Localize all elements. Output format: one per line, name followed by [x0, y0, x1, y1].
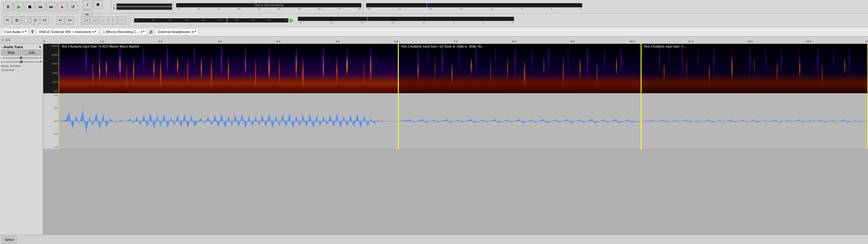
waveform-section[interactable]: 1.0 0.5 0.0 -0.5 -1.0 — [43, 93, 868, 149]
undo-button[interactable]: ↩ — [56, 17, 65, 24]
output-device-select[interactable]: External Headphones ▲▼ — [156, 28, 198, 35]
wave-scale-0.0: 0.0 — [44, 120, 58, 123]
play-region-bar[interactable]: -57-54-51-48-45-42-39-36-33-30 — [134, 18, 288, 23]
spec-clip-1[interactable]: Test 1 Audacity Input Gain +5 ACX Master… — [59, 44, 399, 93]
playback-monitor-section: -24-21-18-15-12-9-6-3 — [364, 0, 584, 13]
cursor-tool-button[interactable]: I — [83, 0, 92, 9]
solo-button[interactable]: Solo — [22, 50, 42, 55]
gain-plus-label: + — [40, 56, 42, 59]
spec-clips-container: Test 1 Audacity Input Gain +5 ACX Master… — [59, 44, 868, 93]
skip-back-button[interactable]: ⏮ — [35, 2, 45, 11]
main-track-area: × Audio Track ▼ Mute Solo - + L R Mono, … — [0, 44, 868, 235]
sep1 — [52, 16, 53, 25]
spec-scale-100: 100 — [44, 90, 58, 92]
wave-svg-1 — [59, 93, 398, 149]
mute-button[interactable]: Mute — [1, 50, 21, 55]
zoom-in-button[interactable]: 🔍+ — [81, 17, 90, 24]
spec-scale-10000: 10000 — [44, 54, 58, 56]
wave-svg-2 — [399, 93, 641, 149]
spec-scale-19000: 19000 — [44, 44, 58, 47]
record-button[interactable]: ● — [57, 2, 67, 11]
wave-clip-1[interactable] — [59, 93, 399, 149]
spec-visual-2 — [399, 44, 641, 93]
sep3 — [130, 16, 131, 25]
gain-minus-label: - — [1, 56, 2, 59]
input-device-select[interactable]: ONEv2: External 48V + Instrument ▲▼ — [36, 28, 99, 35]
zoom-fit-v-button[interactable]: ↕ — [109, 17, 117, 24]
edit-tools-group: I ✱ ✏ — [81, 0, 112, 13]
mute-solo-row: Mute Solo — [1, 50, 42, 55]
spec-clip-3[interactable]: Test 3 Audacity Input Gain +/-... — [641, 44, 868, 93]
audio-host-select[interactable]: Core Audio ▲▼ — [2, 28, 29, 35]
pause-button[interactable]: ⏸ — [3, 2, 13, 11]
spec-overlay-2 — [399, 44, 641, 93]
wave-visual-2 — [399, 93, 641, 149]
redo-button[interactable]: ↪ — [65, 17, 74, 24]
output-device-dropdown-arrow: ▲▼ — [191, 30, 196, 33]
spectrogram-scale: 19000 10000 6000 3000 1000 100 — [43, 44, 59, 93]
spec-scale-3000: 3000 — [44, 72, 58, 74]
pan-r-label: R — [40, 60, 42, 63]
playback-monitor-bar[interactable] — [366, 3, 582, 7]
play-arrow-icon[interactable]: ▶ — [290, 17, 293, 23]
spectrogram-section[interactable]: 19000 10000 6000 3000 1000 100 Test 1 Au… — [43, 44, 868, 93]
multi-tool-button[interactable]: ✱ — [93, 0, 103, 9]
gain-slider[interactable] — [3, 57, 39, 58]
sep2 — [77, 16, 78, 25]
timeline-gutter: ▽ -1.0 — [0, 36, 43, 43]
vu-r-label: R — [113, 7, 116, 10]
skip-forward-button[interactable]: ⏭ — [46, 2, 56, 11]
playback-vu-row2: -24-21-18-15-12-9-6-3 — [296, 13, 516, 27]
volume-row: - + — [1, 56, 42, 59]
zoom-out-button[interactable]: 🔍- — [90, 17, 99, 24]
timeline-ruler[interactable]: 0.0 1.0 2.0 3.0 4.0 5.0 6.0 7.0 8.0 9.0 … — [43, 36, 868, 43]
transport-group: ⏸ ▶ ⏹ ⏮ ⏭ ● ↺ — [1, 0, 80, 13]
zoom-fit-h-button[interactable]: ↔ — [99, 17, 108, 24]
monitor-start-text[interactable]: Click to Start Monitoring — [254, 4, 284, 7]
spec-clip-3-label: Test 3 Audacity Input Gain +/-... — [643, 44, 688, 49]
loop-button[interactable]: ↺ — [68, 2, 78, 11]
zoom-group: 🔍+ 🔍- ↔ ↕ ~ — [79, 13, 129, 27]
play-region-group: -57-54-51-48-45-42-39-36-33-30 ▶ — [132, 13, 295, 27]
wave-clips-container — [59, 93, 868, 149]
track-dropdown-button[interactable]: ▼ — [39, 45, 42, 49]
vu-l-label: L — [113, 3, 116, 6]
record-vu-bar-r: -57-54-51-48-45-42 — [117, 7, 172, 10]
cut-button[interactable]: ✂ — [3, 17, 12, 24]
input-channels-value: 1 (Mono) Recording C... — [103, 30, 139, 34]
copy-button[interactable]: ⧉ — [12, 17, 21, 24]
input-channels-select[interactable]: 1 (Mono) Recording C... ▲▼ — [101, 28, 147, 35]
wave-scale-1.0: 1.0 — [44, 94, 58, 97]
trim-button[interactable]: ⊡ — [31, 17, 39, 24]
wave-scale-minus1.0: -1.0 — [44, 146, 58, 148]
wave-scale-minus0.5: -0.5 — [44, 132, 58, 135]
wave-clip-2[interactable] — [399, 93, 641, 149]
record-vu-section: L -57-54-51-48-45-42 R -57-54-51-48-45-4… — [112, 0, 174, 13]
zoom-toggle-button[interactable]: ~ — [118, 17, 127, 24]
spec-clip-2-label: Test 2 Audacity Input Gain +10 Stuck at … — [400, 44, 485, 49]
track-info-line2: 32-bit float — [1, 68, 42, 72]
device-bar: Core Audio ▲▼ 🎙 ONEv2: External 48V + In… — [0, 27, 868, 36]
audio-host-value: Core Audio — [4, 30, 21, 34]
play-button[interactable]: ▶ — [14, 2, 24, 11]
track-name-row: × Audio Track ▼ — [1, 45, 42, 49]
silence-button[interactable]: ≡≡ — [40, 17, 49, 24]
svg-marker-0 — [59, 110, 398, 132]
track-close-button[interactable]: × — [1, 45, 3, 49]
input-device-value: ONEv2: External 48V + Instrument — [39, 30, 91, 34]
vu-meter-row-l: L -57-54-51-48-45-42 — [113, 3, 172, 6]
pan-l-label: L — [1, 60, 3, 63]
waveform-scale: 1.0 0.5 0.0 -0.5 -1.0 — [43, 93, 59, 149]
wave-clip-3[interactable] — [641, 93, 868, 149]
spec-clip-2[interactable]: Test 2 Audacity Input Gain +10 Stuck at … — [399, 44, 641, 93]
select-button[interactable]: Select — [2, 236, 17, 243]
monitor-bar-top[interactable]: Click to Start Monitoring — [176, 3, 362, 7]
svg-marker-2 — [642, 120, 867, 123]
speaker-icon: 🔊 — [149, 29, 154, 34]
playback-monitor-bar-2[interactable] — [298, 17, 514, 21]
stop-button[interactable]: ⏹ — [25, 2, 35, 11]
track-content: 19000 10000 6000 3000 1000 100 Test 1 Au… — [43, 44, 868, 235]
audio-host-dropdown-arrow: ▲▼ — [22, 30, 27, 33]
pan-slider[interactable] — [3, 61, 39, 62]
paste-button[interactable]: 📋 — [22, 17, 30, 24]
